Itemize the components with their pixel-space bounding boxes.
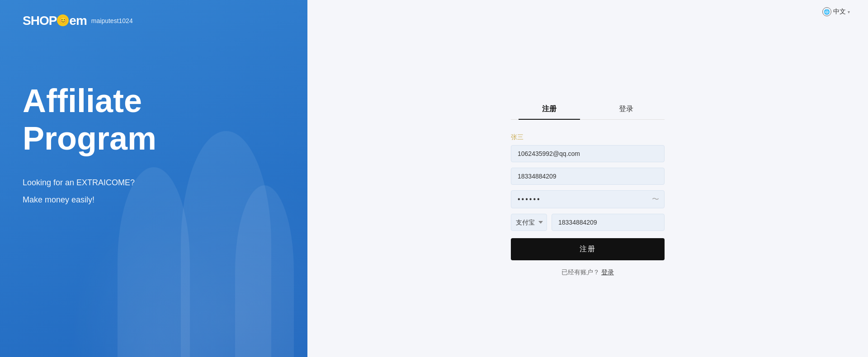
right-panel: 🌐 中文 ▾ 注册 登录 张三	[307, 0, 868, 357]
auth-tabs: 注册 登录	[511, 104, 665, 120]
password-field[interactable]	[511, 190, 665, 208]
payment-account-field[interactable]	[552, 214, 665, 231]
password-wrapper: 〜	[511, 190, 665, 208]
hero-title: Affiliate Program	[23, 82, 285, 157]
language-selector[interactable]: 🌐 中文 ▾	[822, 7, 850, 16]
hero-section: Affiliate Program Looking for an EXTRAIC…	[23, 82, 285, 210]
login-link[interactable]: 登录	[601, 268, 614, 276]
form-card: 注册 登录 张三 〜 支付宝 微信 银	[511, 104, 665, 277]
logo: SHOP 😊 em	[23, 14, 87, 28]
top-bar: 🌐 中文 ▾	[307, 0, 868, 23]
payment-row: 支付宝 微信 银行卡	[511, 214, 665, 231]
globe-icon: 🌐	[822, 7, 831, 16]
tab-register[interactable]: 注册	[511, 104, 588, 119]
left-panel: SHOP 😊 em maiputest1024 Affiliate Progra…	[0, 0, 307, 357]
eye-icon[interactable]: 〜	[652, 194, 659, 204]
name-label: 张三	[511, 133, 665, 141]
tab-login[interactable]: 登录	[588, 104, 665, 119]
logo-area: SHOP 😊 em maiputest1024	[23, 14, 285, 28]
store-name: maiputest1024	[91, 17, 133, 24]
form-container: 注册 登录 张三 〜 支付宝 微信 银	[307, 23, 868, 357]
chevron-down-icon: ▾	[848, 9, 850, 14]
register-button[interactable]: 注册	[511, 238, 665, 260]
hero-subtitle: Looking for an EXTRAICOME? Make money ea…	[23, 175, 285, 207]
gem-icon: 😊	[57, 14, 69, 26]
phone-field[interactable]	[511, 168, 665, 185]
language-label: 中文	[833, 8, 846, 16]
payment-type-select[interactable]: 支付宝 微信 银行卡	[511, 214, 547, 231]
bottom-link: 已经有账户？ 登录	[511, 268, 665, 277]
email-field[interactable]	[511, 145, 665, 162]
